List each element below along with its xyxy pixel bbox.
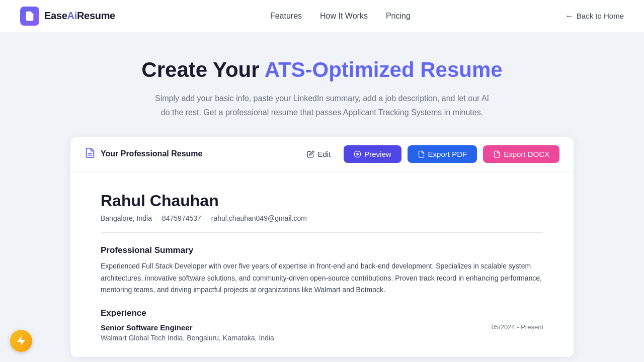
main-nav: Features How It Works Pricing [270, 12, 411, 21]
experience-company: Walmart Global Tech India, Bengaluru, Ka… [101, 334, 543, 342]
experience-item-header: Senior Software Engineer 05/2024 - Prese… [101, 323, 543, 332]
hero-title-highlight: ATS-Optimized Resume [265, 58, 503, 81]
resume-title-area: Your Professional Resume [85, 147, 202, 161]
nav-pricing[interactable]: Pricing [386, 12, 411, 21]
logo-area: EaseAiResume [20, 7, 115, 26]
docx-icon [493, 150, 501, 158]
edit-icon [307, 150, 314, 158]
experience-job-title: Senior Software Engineer [101, 323, 193, 332]
svg-marker-5 [357, 153, 359, 155]
back-to-home-link[interactable]: ← Back to Home [566, 12, 624, 21]
edit-button[interactable]: Edit [300, 146, 338, 162]
contact-city: Bangalore, India [101, 214, 152, 222]
main-content: Create Your ATS-Optimized Resume Simply … [0, 32, 644, 362]
header: EaseAiResume Features How It Works Prici… [0, 0, 644, 32]
lightning-bolt-icon [16, 335, 27, 346]
experience-date-range: 05/2024 - Present [492, 323, 543, 331]
resume-toolbar: Your Professional Resume Edit Preview [70, 137, 574, 171]
pdf-icon [418, 150, 425, 158]
logo-icon [20, 7, 39, 26]
resume-content: Rahul Chauhan Bangalore, India 847597453… [70, 171, 574, 357]
resume-title-label: Your Professional Resume [101, 149, 202, 158]
export-pdf-button[interactable]: Export PDF [408, 145, 477, 163]
resume-file-icon [85, 147, 96, 161]
resume-card: Your Professional Resume Edit Preview [70, 137, 574, 357]
contact-phone: 8475974537 [162, 214, 201, 222]
logo-text: EaseAiResume [44, 10, 115, 22]
back-to-home-label: Back to Home [577, 12, 624, 20]
hero-subtitle: Simply add your basic info, paste your L… [151, 92, 493, 119]
preview-icon [354, 150, 361, 158]
hero-section: Create Your ATS-Optimized Resume Simply … [20, 57, 624, 119]
nav-features[interactable]: Features [270, 12, 302, 21]
arrow-left-icon: ← [566, 12, 574, 21]
floating-action-button[interactable] [10, 330, 32, 352]
preview-button[interactable]: Preview [344, 145, 401, 163]
export-docx-button[interactable]: Export DOCX [483, 145, 559, 163]
professional-summary-title: Professional Summary [101, 245, 543, 255]
contact-email: rahul.chauhan049@gmail.com [211, 214, 307, 222]
experience-title: Experience [101, 308, 543, 318]
resume-contact: Bangalore, India 8475974537 rahul.chauha… [101, 214, 543, 222]
nav-how-it-works[interactable]: How It Works [320, 12, 368, 21]
resume-name: Rahul Chauhan [101, 192, 543, 210]
hero-title-plain: Create Your [141, 58, 264, 81]
hero-title: Create Your ATS-Optimized Resume [20, 57, 624, 82]
experience-section: Experience Senior Software Engineer 05/2… [101, 308, 543, 342]
toolbar-actions: Edit Preview Export PDF [300, 145, 559, 163]
professional-summary-section: Professional Summary Experienced Full St… [101, 245, 543, 296]
resume-divider [101, 232, 543, 233]
professional-summary-text: Experienced Full Stack Developer with ov… [101, 260, 543, 296]
